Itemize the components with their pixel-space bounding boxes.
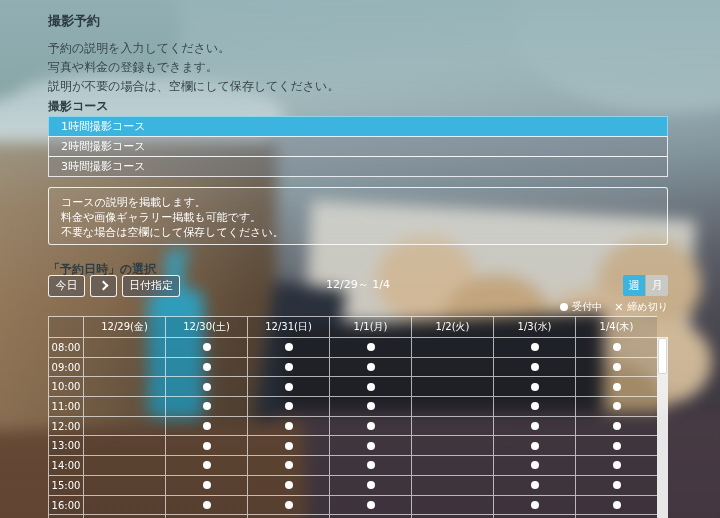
- slot-open[interactable]: [576, 417, 657, 437]
- table-scrollbar[interactable]: [657, 337, 668, 518]
- course-list: 1時間撮影コース2時間撮影コース3時間撮影コース: [48, 116, 668, 177]
- slot-open[interactable]: [576, 456, 657, 476]
- open-dot-icon: [367, 461, 375, 469]
- schedule-body: 08:0009:0010:0011:0012:0013:0014:0015:00…: [49, 338, 657, 515]
- slot-open[interactable]: [576, 476, 657, 496]
- slot-open[interactable]: [494, 456, 576, 476]
- slot-open[interactable]: [576, 496, 657, 516]
- slot-open[interactable]: [330, 476, 412, 496]
- slot-empty: [84, 338, 166, 358]
- open-dot-icon: [613, 343, 621, 351]
- page-description: 予約の説明を入力してください。 写真や料金の登録もできます。 説明が不要の場合は…: [48, 39, 339, 96]
- slot-empty: [84, 456, 166, 476]
- date-column-header: 1/3(水): [494, 317, 576, 338]
- time-label: 15:00: [49, 476, 84, 496]
- date-column-header: 12/30(土): [166, 317, 248, 338]
- slot-open[interactable]: [576, 397, 657, 417]
- slot-empty: [412, 338, 494, 358]
- month-view-button[interactable]: 月: [646, 275, 668, 296]
- next-week-button[interactable]: [90, 275, 117, 297]
- open-dot-icon: [531, 343, 539, 351]
- slot-open[interactable]: [248, 397, 330, 417]
- slot-open[interactable]: [330, 338, 412, 358]
- time-label: 16:00: [49, 496, 84, 516]
- schedule-row: 12:00: [49, 417, 657, 437]
- slot-open[interactable]: [166, 377, 248, 397]
- slot-open[interactable]: [330, 358, 412, 378]
- time-label: 13:00: [49, 436, 84, 456]
- slot-open[interactable]: [494, 358, 576, 378]
- course-note-line: 不要な場合は空欄にして保存してください。: [61, 225, 655, 240]
- description-line: 説明が不要の場合は、空欄にして保存してください。: [48, 77, 339, 96]
- course-note-line: コースの説明を掲載します。: [61, 195, 655, 210]
- slot-empty: [412, 358, 494, 378]
- slot-open[interactable]: [494, 397, 576, 417]
- open-dot-icon: [531, 461, 539, 469]
- open-dot-icon: [285, 343, 293, 351]
- schedule-row: 11:00: [49, 397, 657, 417]
- slot-open[interactable]: [330, 436, 412, 456]
- slot-open[interactable]: [166, 456, 248, 476]
- week-view-button[interactable]: 週: [623, 275, 645, 296]
- slot-open[interactable]: [330, 397, 412, 417]
- today-button[interactable]: 今日: [48, 275, 85, 297]
- slot-open[interactable]: [248, 338, 330, 358]
- open-dot-icon: [203, 422, 211, 430]
- open-dot-icon: [203, 481, 211, 489]
- scrollbar-thumb[interactable]: [658, 338, 667, 374]
- slot-open[interactable]: [248, 358, 330, 378]
- open-dot-icon: [367, 402, 375, 410]
- slot-open[interactable]: [494, 436, 576, 456]
- slot-open[interactable]: [494, 377, 576, 397]
- slot-open[interactable]: [330, 456, 412, 476]
- slot-empty: [84, 358, 166, 378]
- chevron-right-icon: [99, 281, 109, 291]
- slot-open[interactable]: [248, 436, 330, 456]
- slot-open[interactable]: [248, 377, 330, 397]
- date-column-header: 12/31(日): [248, 317, 330, 338]
- course-item-2[interactable]: 2時間撮影コース: [48, 136, 668, 157]
- slot-open[interactable]: [576, 358, 657, 378]
- slot-open[interactable]: [248, 417, 330, 437]
- slot-open[interactable]: [330, 377, 412, 397]
- slot-open[interactable]: [166, 358, 248, 378]
- date-column-header: 1/4(木): [576, 317, 657, 338]
- slot-open[interactable]: [576, 377, 657, 397]
- slot-empty: [84, 436, 166, 456]
- slot-open[interactable]: [248, 476, 330, 496]
- slot-open[interactable]: [494, 338, 576, 358]
- slot-open[interactable]: [330, 496, 412, 516]
- schedule-row: 09:00: [49, 358, 657, 378]
- slot-open[interactable]: [494, 496, 576, 516]
- time-column-header: [49, 317, 84, 338]
- course-item-1[interactable]: 1時間撮影コース: [48, 116, 668, 137]
- slot-open[interactable]: [330, 417, 412, 437]
- slot-open[interactable]: [166, 476, 248, 496]
- date-column-header: 1/1(月): [330, 317, 412, 338]
- legend-closed-label: 締め切り: [628, 300, 668, 314]
- slot-open[interactable]: [166, 417, 248, 437]
- slot-open[interactable]: [576, 338, 657, 358]
- open-dot-icon: [203, 383, 211, 391]
- slot-open[interactable]: [166, 397, 248, 417]
- open-dot-icon: [285, 363, 293, 371]
- slot-open[interactable]: [166, 496, 248, 516]
- time-label: 08:00: [49, 338, 84, 358]
- slot-open[interactable]: [166, 436, 248, 456]
- open-dot-icon: [613, 383, 621, 391]
- slot-open[interactable]: [248, 496, 330, 516]
- description-line: 予約の説明を入力してください。: [48, 39, 339, 58]
- open-dot-icon: [613, 481, 621, 489]
- slot-open[interactable]: [494, 417, 576, 437]
- open-dot-icon: [285, 422, 293, 430]
- slot-empty: [412, 456, 494, 476]
- open-dot-icon: [531, 422, 539, 430]
- slot-open[interactable]: [166, 338, 248, 358]
- course-item-3[interactable]: 3時間撮影コース: [48, 156, 668, 177]
- slot-open[interactable]: [576, 436, 657, 456]
- open-dot-icon: [613, 402, 621, 410]
- date-picker-button[interactable]: 日付指定: [122, 275, 180, 297]
- slot-open[interactable]: [248, 456, 330, 476]
- view-toggle: 週 月: [623, 275, 668, 296]
- slot-open[interactable]: [494, 476, 576, 496]
